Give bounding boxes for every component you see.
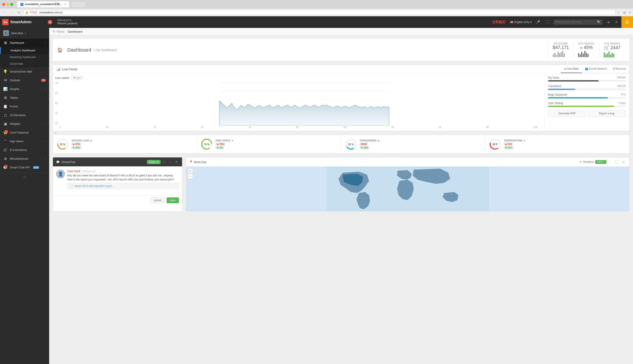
live-feeds-panel: 📊 Live Feeds ⊙ Live Stats 👥 Social Netwo…: [53, 65, 630, 131]
realtime-state: YES: [597, 160, 602, 163]
zoom-out-button[interactable]: −: [188, 174, 193, 179]
flag-icon: 🇺🇸: [510, 20, 513, 24]
save-button[interactable]: save: [167, 198, 179, 203]
sidebar-item-graphs[interactable]: 📊 Graphs +: [0, 85, 49, 93]
hamburger-icon[interactable]: ≡: [614, 19, 619, 25]
sidebar-bottom: ⊙: [0, 172, 49, 182]
report-bug-button[interactable]: Report a bug: [588, 110, 626, 117]
realtime-badge[interactable]: YES ✓: [595, 160, 606, 164]
tab-revenue[interactable]: $ Revenue: [610, 65, 629, 73]
expand-icon[interactable]: ⛶: [544, 19, 551, 25]
bottom-row: 💬 SmartChat Status ▾ □ – ✕ 👤: [53, 157, 630, 212]
security-icon: 🔒: [25, 11, 28, 14]
sidebar-item-app-views[interactable]: 📱 App Views +: [0, 137, 49, 146]
ui-elements-icon: ◻: [3, 113, 8, 117]
sidebar-item-cool-features[interactable]: 3 ⭐ Cool Features! +: [0, 128, 49, 137]
social-network-label: Social Network: [589, 67, 607, 70]
server-load-info: SERVER LOAD ▲ ▲ 97% ▼ 44%: [72, 139, 193, 149]
sidebar-item-ecommerce[interactable]: 🛒 E-Commerce +: [0, 146, 49, 154]
tab-live-stats[interactable]: ⊙ Live Stats: [561, 65, 582, 73]
bugs-squashed-value: 77%: [621, 93, 626, 96]
content-area: ↻ Home / Dashboard 🏠 Dashboard > My Dash…: [49, 28, 633, 364]
chat-minimize-icon[interactable]: –: [168, 160, 172, 164]
orders-label: SITE ORDERS: [604, 42, 620, 45]
sidebar-item-social-wall[interactable]: Social Wall: [0, 60, 49, 67]
sidebar-item-label: Smart Chat API: [10, 166, 30, 169]
breadcrumb-home[interactable]: Home: [57, 30, 64, 33]
buy-button[interactable]: 立即购买: [492, 20, 506, 24]
sidebar-item-ui-elements[interactable]: ◻ UI Elements +: [0, 111, 49, 120]
expand-icon: +: [45, 131, 46, 134]
recent-projects-btn[interactable]: Recent projects: [58, 22, 78, 25]
refresh-button[interactable]: ↻: [16, 10, 22, 15]
beta-badge: beta: [33, 166, 39, 169]
sidebar-item-analytics[interactable]: Analytics Dashboard: [0, 47, 49, 54]
sidebar-item-smartadmin-intel[interactable]: 💡 SmartAdmin Intel +: [0, 67, 49, 76]
logo-icon: SA: [2, 19, 8, 25]
breadcrumb-refresh-icon[interactable]: ↻: [53, 30, 56, 33]
language-selector[interactable]: 🇺🇸 English (US) ▾: [510, 20, 531, 24]
new-tab-btn[interactable]: [72, 2, 85, 7]
map-minimize-button[interactable]: −: [608, 160, 612, 164]
chat-close-icon[interactable]: ✕: [174, 160, 179, 164]
message-header: Sadi Orlaf 2014-01-13: [67, 170, 179, 173]
sidebar-item-label: Miscellaneous: [10, 157, 28, 160]
expand-icon: +: [45, 140, 46, 143]
disk-space-label: DISK SPACE ▼: [216, 139, 337, 142]
browser-tab[interactable]: smartadmin_smartadmin官网... ✕: [17, 1, 69, 7]
dashboard-home-icon: 🏠: [57, 47, 63, 53]
sidebar-item-outlook[interactable]: ✉ Outlook 14: [0, 76, 49, 85]
live-feeds-header: 📊 Live Feeds ⊙ Live Stats 👥 Social Netwo…: [53, 65, 629, 74]
generate-pdf-button[interactable]: Generate PDF: [548, 110, 586, 117]
sidebar-item-forms[interactable]: 📋 Forms +: [0, 102, 49, 111]
sidebar-item-dashboard[interactable]: ⊞ Dashboard □: [0, 38, 49, 47]
extensions-icon[interactable]: ⊞: [623, 11, 626, 14]
sidebar-item-marketing[interactable]: Marketing Dashboard: [0, 54, 49, 60]
stat-bugs-squashed: Bugs Squashed 77%: [548, 93, 626, 98]
forward-nav-icon[interactable]: ⇥: [605, 19, 611, 25]
temperature-info: TEMPERATURE ▼ ▲ 124 ▼ 40 F: [504, 139, 626, 149]
temperature-tag-high: ▲ 124: [504, 143, 512, 146]
zoom-in-button[interactable]: +: [188, 168, 193, 173]
window-minimize-dot[interactable]: [6, 3, 9, 6]
intel-icon: 💡: [3, 70, 8, 74]
transfered-arrow: ▲: [378, 139, 380, 142]
map-title: 📍 Birds Eye: [189, 160, 578, 164]
chat-status-button[interactable]: Status ▾: [147, 160, 160, 164]
stat-transfered: Transfered 440 GB: [548, 85, 626, 90]
sidebar-collapse-btn[interactable]: ⊙: [23, 175, 26, 179]
smart-chat-badge: !: [4, 165, 8, 168]
sidebar-item-miscellaneous[interactable]: ⊕ Miscellaneous +: [0, 154, 49, 163]
sidebar-item-tables[interactable]: ⊞ Tables +: [0, 93, 49, 102]
dashboard-subtitle: > My Dashboard: [94, 48, 116, 52]
forward-button[interactable]: →: [10, 10, 15, 15]
tab-social-network[interactable]: 👥 Social Network: [582, 65, 610, 73]
bookmark-icon[interactable]: ☆: [617, 11, 620, 14]
bugs-squashed-label: Bugs Squashed: [548, 93, 567, 96]
message-attachment[interactable]: 📄 report-2013-demographic-repor...: [67, 183, 179, 189]
bugs-squashed-progress-bg: [548, 97, 626, 98]
cancel-button[interactable]: cancel: [150, 198, 165, 203]
menu-icon[interactable]: ≡: [629, 11, 631, 14]
address-bar[interactable]: 🔒 不安全 smartadmin.com.cn: [23, 10, 616, 15]
user-name[interactable]: John.Doe: [11, 32, 23, 35]
temperature-value: 36°F: [492, 143, 498, 146]
window-maximize-dot[interactable]: [10, 3, 13, 6]
microphone-icon[interactable]: 🎤: [534, 19, 542, 25]
sidebar-item-widgets[interactable]: ▣ Widgets +: [0, 120, 49, 128]
tab-close[interactable]: ✕: [64, 3, 66, 6]
search-input[interactable]: [554, 20, 602, 25]
sidebar-item-smart-chat-api[interactable]: ! 💬 Smart Chat API beta: [0, 163, 49, 172]
chat-square-icon[interactable]: □: [162, 160, 166, 164]
map-expand-button[interactable]: ⛶: [614, 160, 620, 164]
server-stats-row: 33 % SERVER LOAD ▲ ▲ 97% ▼ 44%: [53, 135, 630, 154]
back-button[interactable]: ←: [2, 10, 8, 15]
live-switch-button[interactable]: ✕ OFF: [71, 76, 83, 80]
map-close-button[interactable]: ✕: [621, 160, 626, 164]
window-close-dot[interactable]: [2, 3, 5, 6]
outlook-badge: 14: [41, 79, 46, 82]
projects-area: PROJECTS: Recent projects: [54, 19, 78, 25]
settings-gear-button[interactable]: ⚙: [622, 16, 633, 28]
server-load-label: SERVER LOAD ▲: [72, 139, 193, 142]
user-profile[interactable]: 👤 John.Doe ▾: [0, 28, 49, 38]
